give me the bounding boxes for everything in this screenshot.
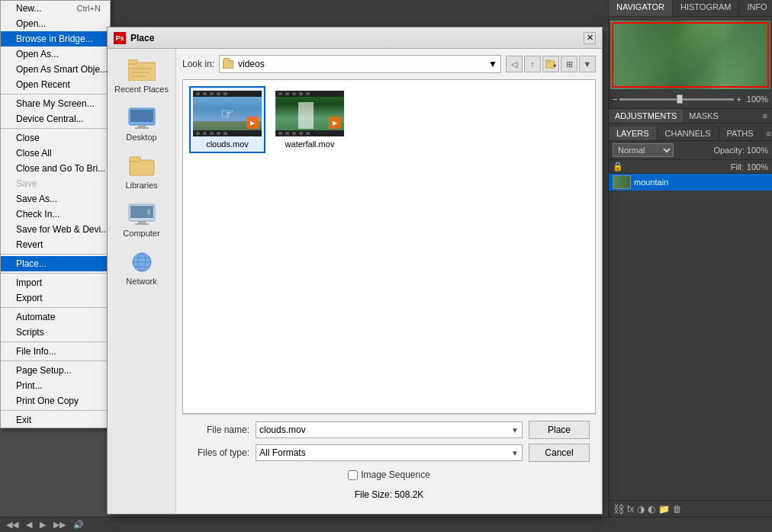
film-hole — [285, 132, 289, 135]
sidebar-item-computer[interactable]: Computer — [111, 199, 172, 241]
tab-channels[interactable]: CHANNELS — [658, 127, 719, 140]
folder-icon[interactable]: 📁 — [658, 504, 670, 514]
menu-item-share-screen[interactable]: Share My Screen... — [1, 96, 110, 111]
film-strip-top-waterfall — [275, 91, 344, 97]
film-hole — [278, 92, 282, 95]
blend-mode-select[interactable]: Normal — [613, 143, 674, 157]
nav-new-folder-button[interactable] — [542, 56, 559, 72]
menu-item-save-web[interactable]: Save for Web & Devi... — [1, 222, 110, 237]
adj-menu-icon[interactable]: ≡ — [758, 109, 772, 123]
desktop-label: Desktop — [126, 133, 156, 142]
nav-back-button[interactable]: ◁ — [506, 56, 523, 72]
sidebar-item-libraries[interactable]: Libraries — [111, 151, 172, 193]
sidebar-item-network[interactable]: Network — [111, 247, 172, 289]
menu-item-automate[interactable]: Automate — [1, 309, 110, 325]
menu-divider-2 — [1, 128, 110, 129]
view-dropdown-button[interactable]: ▼ — [579, 56, 596, 72]
file-item-waterfall[interactable]: ▶ waterfall.mov — [272, 86, 348, 153]
play-badge-clouds: ▶ — [246, 117, 259, 129]
menu-item-close[interactable]: Close — [1, 130, 110, 146]
menu-item-device-central[interactable]: Device Central... — [1, 111, 110, 127]
desktop-icon — [127, 106, 157, 130]
filename-input[interactable]: clouds.mov ▼ — [256, 421, 523, 438]
mask-icon[interactable]: ◑ — [637, 504, 645, 514]
play-icon[interactable]: ▶ — [40, 520, 46, 530]
trash-icon[interactable]: 🗑 — [673, 504, 682, 514]
tab-navigator[interactable]: NAVIGATOR — [609, 0, 673, 16]
menu-item-place[interactable]: Place... — [1, 256, 110, 271]
adjustment-icon[interactable]: ◐ — [648, 504, 655, 514]
file-item-clouds[interactable]: ☞ ▶ clouds.mov — [189, 86, 265, 153]
film-hole — [299, 132, 303, 135]
layers-menu-icon[interactable]: ≡ — [762, 127, 772, 140]
recent-places-label: Recent Places — [114, 85, 169, 94]
cancel-button[interactable]: Cancel — [529, 444, 590, 462]
film-hole — [224, 132, 227, 135]
menu-divider-1 — [1, 94, 110, 95]
menu-item-close-go-bridge[interactable]: Close and Go To Bri... — [1, 161, 110, 176]
libraries-icon — [127, 154, 157, 178]
lookin-label: Look in: — [182, 59, 214, 69]
tab-paths[interactable]: PATHS — [719, 127, 762, 140]
film-hole — [196, 132, 200, 135]
menu-item-page-setup[interactable]: Page Setup... — [1, 363, 110, 378]
menu-item-check-in[interactable]: Check In... — [1, 207, 110, 222]
menu-item-revert[interactable]: Revert — [1, 237, 110, 252]
step-back-icon[interactable]: ◀ — [26, 520, 32, 530]
menu-item-save-as[interactable]: Save As... — [1, 191, 110, 207]
file-name-waterfall: waterfall.mov — [285, 139, 335, 149]
zoom-out-icon[interactable]: − — [613, 95, 617, 104]
network-icon — [127, 250, 157, 274]
lookin-select[interactable]: videos ▼ — [219, 55, 501, 73]
filetype-select[interactable]: All Formats ▼ — [256, 444, 523, 461]
zoom-slider-thumb[interactable] — [677, 95, 683, 104]
zoom-in-icon[interactable]: + — [736, 95, 741, 104]
dialog-close-button[interactable]: ✕ — [584, 32, 596, 44]
menu-item-file-info[interactable]: File Info... — [1, 344, 110, 359]
nav-red-border — [612, 22, 769, 88]
fill-value: 100% — [747, 162, 768, 171]
menu-item-scripts[interactable]: Scripts — [1, 325, 110, 340]
dialog-files[interactable]: ☞ ▶ clouds.mov — [182, 79, 596, 414]
menu-item-open-smart[interactable]: Open As Smart Obje... — [1, 62, 110, 77]
menu-item-exit[interactable]: Exit — [1, 412, 110, 428]
step-forward-icon[interactable]: ▶▶ — [53, 520, 66, 530]
menu-item-close-all[interactable]: Close All — [1, 146, 110, 161]
sidebar-item-recent-places[interactable]: Recent Places — [111, 55, 172, 97]
image-sequence-checkbox[interactable] — [348, 470, 358, 480]
network-label: Network — [126, 277, 156, 286]
menu-item-print[interactable]: Print... — [1, 378, 110, 393]
dialog-title: Ps Place — [114, 32, 154, 44]
menu-item-save[interactable]: Save — [1, 176, 110, 191]
filetype-arrow: ▼ — [511, 449, 519, 457]
image-sequence-checkbox-label[interactable]: Image Sequence — [348, 470, 430, 480]
place-dialog: Ps Place ✕ Recent Places — [107, 27, 603, 514]
menu-item-open-recent[interactable]: Open Recent — [1, 77, 110, 92]
menu-divider-7 — [1, 361, 110, 361]
tab-info[interactable]: INFO — [739, 0, 772, 16]
tab-histogram[interactable]: HISTOGRAM — [673, 0, 739, 16]
rewind-icon[interactable]: ◀◀ — [6, 520, 18, 530]
zoom-slider[interactable] — [619, 98, 734, 101]
tab-masks[interactable]: MASKS — [683, 109, 725, 123]
link-icon[interactable]: ⛓ — [613, 503, 624, 515]
menu-item-open-as[interactable]: Open As... — [1, 46, 110, 62]
place-button[interactable]: Place — [529, 421, 590, 439]
effects-icon[interactable]: fx — [627, 504, 634, 514]
sidebar-item-desktop[interactable]: Desktop — [111, 103, 172, 145]
menu-item-print-one-copy[interactable]: Print One Copy — [1, 393, 110, 409]
menu-item-browse-bridge[interactable]: Browse in Bridge... — [1, 31, 110, 46]
layer-row-mountain[interactable]: mountain — [609, 174, 772, 191]
audio-icon[interactable]: 🔊 — [73, 520, 84, 530]
view-toggle-button[interactable]: ⊞ — [561, 56, 577, 72]
menu-item-new[interactable]: New... Ctrl+N — [1, 1, 110, 16]
filename-value: clouds.mov — [259, 425, 306, 435]
menu-item-export[interactable]: Export — [1, 290, 110, 306]
nav-up-button[interactable]: ↑ — [524, 56, 541, 72]
menu-item-open[interactable]: Open... — [1, 16, 110, 31]
menu-item-import[interactable]: Import — [1, 275, 110, 290]
image-sequence-text: Image Sequence — [361, 470, 430, 480]
tab-adjustments[interactable]: ADJUSTMENTS — [609, 109, 683, 123]
lookin-toolbar: ◁ ↑ ⊞ ▼ — [506, 56, 596, 72]
tab-layers[interactable]: LAYERS — [609, 127, 658, 140]
